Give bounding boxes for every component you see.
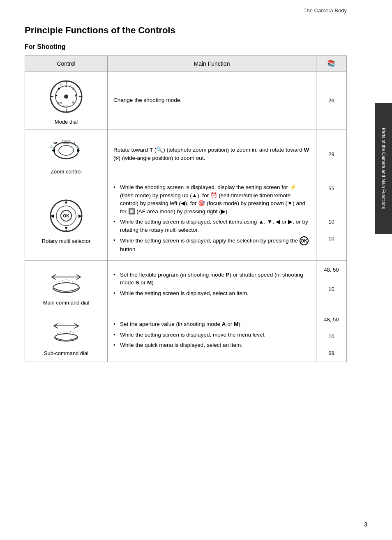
side-tab: Parts of the Camera and Main Functions xyxy=(375,103,392,234)
svg-line-44 xyxy=(66,279,67,280)
page-ref-1: 48, 50 xyxy=(322,265,341,274)
col-header-control: Control xyxy=(25,56,108,72)
main-content: Principle Functions of the Controls For … xyxy=(0,17,392,378)
controls-table: Control Main Function 📚 xyxy=(25,55,347,362)
svg-point-36 xyxy=(65,230,67,231)
svg-line-41 xyxy=(56,282,57,283)
table-row: OK ▲ ▼ ◀ ▶ Rotary mu xyxy=(25,179,347,261)
svg-point-35 xyxy=(65,200,67,202)
svg-text:◀: ◀ xyxy=(52,148,55,152)
table-row: W T 🔍 🔍 ◀ ▶ 000 Zoom xyxy=(25,129,347,179)
svg-text:P: P xyxy=(75,94,77,97)
svg-point-18 xyxy=(59,145,74,155)
svg-text:★: ★ xyxy=(55,94,58,97)
table-row: A S P M WSO SCN ★ ▶ ≈ ◻ Mode dial xyxy=(25,72,347,129)
mode-dial-icon: A S P M WSO SCN ★ ▶ ≈ ◻ xyxy=(31,78,101,116)
rotary-bullet-list: While the shooting screen is displayed, … xyxy=(113,183,310,254)
list-item: While the setting screen is displayed, a… xyxy=(113,236,310,254)
main-command-dial-icon xyxy=(31,267,101,297)
list-item: While the setting screen is displayed, m… xyxy=(113,331,310,339)
book-icon: 📚 xyxy=(327,60,336,67)
page-ref-2: 10 xyxy=(322,217,341,226)
list-item: Set the aperture value (in shooting mode… xyxy=(113,320,310,328)
svg-line-43 xyxy=(62,280,63,281)
page-title: Principle Functions of the Controls xyxy=(25,25,347,36)
svg-text:SCN: SCN xyxy=(57,102,62,104)
page-ref-1: 48, 50 xyxy=(322,315,341,324)
control-zoom: W T 🔍 🔍 ◀ ▶ 000 Zoom xyxy=(25,129,108,179)
page-header: The Camera Body xyxy=(0,0,392,17)
table-row: Main command dial Set the flexible progr… xyxy=(25,260,347,310)
svg-text:▶: ▶ xyxy=(58,87,61,90)
svg-text:A: A xyxy=(65,85,67,88)
function-rotary: While the shooting screen is displayed, … xyxy=(108,179,316,261)
svg-line-52 xyxy=(60,332,61,333)
svg-point-2 xyxy=(64,95,68,99)
col-header-page: 📚 xyxy=(316,56,346,72)
list-item: While the setting screen is displayed, s… xyxy=(113,218,310,234)
svg-text:000: 000 xyxy=(64,141,69,143)
mode-dial-function-text: Change the shooting mode. xyxy=(113,97,182,103)
page-ref-3: 10 xyxy=(322,234,341,243)
svg-line-55 xyxy=(70,331,71,332)
list-item: While the quick menu is displayed, selec… xyxy=(113,341,310,349)
svg-text:OK: OK xyxy=(63,214,70,218)
control-main-dial: Main command dial xyxy=(25,260,108,310)
mode-dial-label: Mode dial xyxy=(31,119,101,125)
page-ref-2: 10 xyxy=(322,332,341,341)
svg-text:WSO: WSO xyxy=(63,105,69,108)
page-refs-sub-dial: 48, 50 10 69 xyxy=(316,310,346,362)
svg-text:W: W xyxy=(53,141,57,145)
sub-command-dial-icon xyxy=(31,318,101,348)
svg-text:◻: ◻ xyxy=(60,83,62,86)
page-ref-mode-dial: 26 xyxy=(316,72,346,129)
main-dial-bullet-list: Set the flexible program (in shooting mo… xyxy=(113,271,310,298)
control-mode-dial: A S P M WSO SCN ★ ▶ ≈ ◻ Mode dial xyxy=(25,72,108,129)
page-ref-3: 69 xyxy=(322,349,341,358)
svg-text:≈: ≈ xyxy=(70,84,72,86)
svg-text:T: T xyxy=(73,141,76,145)
list-item: Set the flexible program (in shooting mo… xyxy=(113,271,310,287)
function-main-dial: Set the flexible program (in shooting mo… xyxy=(108,260,316,310)
zoom-function-text: Rotate toward T (🔍) (telephoto zoom posi… xyxy=(113,147,309,161)
control-rotary: OK ▲ ▼ ◀ ▶ Rotary mu xyxy=(25,179,108,261)
page-refs-rotary: 55 10 10 xyxy=(316,179,346,261)
list-item: While the setting screen is displayed, s… xyxy=(113,289,310,298)
table-row: Sub-command dial Set the aperture value … xyxy=(25,310,347,362)
svg-line-47 xyxy=(76,282,76,283)
page-ref-2: 10 xyxy=(322,285,341,293)
page-refs-main-dial: 48, 50 10 xyxy=(316,260,346,310)
header-title: The Camera Body xyxy=(304,7,347,14)
section-title: For Shooting xyxy=(25,43,347,51)
list-item: While the shooting screen is displayed, … xyxy=(113,183,310,215)
svg-line-51 xyxy=(57,333,58,334)
rotary-selector-icon: OK ▲ ▼ ◀ ▶ xyxy=(31,197,101,235)
ok-button-ref: OK xyxy=(300,236,309,245)
svg-line-45 xyxy=(69,280,70,281)
svg-point-38 xyxy=(80,215,82,217)
zoom-control-label: Zoom control xyxy=(31,168,101,175)
svg-line-53 xyxy=(63,331,64,332)
zoom-control-icon: W T 🔍 🔍 ◀ ▶ 000 xyxy=(31,136,101,166)
main-dial-label: Main command dial xyxy=(31,300,101,306)
sub-dial-bullet-list: Set the aperture value (in shooting mode… xyxy=(113,320,310,349)
page-number: 3 xyxy=(364,521,367,528)
rotary-selector-label: Rotary multi selector xyxy=(31,238,101,244)
svg-line-42 xyxy=(59,281,60,282)
svg-line-54 xyxy=(67,331,67,332)
sub-dial-label: Sub-command dial xyxy=(31,350,101,356)
svg-point-37 xyxy=(51,215,52,217)
col-header-function: Main Function xyxy=(108,56,316,72)
function-mode-dial: Change the shooting mode. xyxy=(108,72,316,129)
page-ref-zoom: 29 xyxy=(316,129,346,179)
svg-text:▶: ▶ xyxy=(77,148,80,152)
control-sub-dial: Sub-command dial xyxy=(25,310,108,362)
function-zoom: Rotate toward T (🔍) (telephoto zoom posi… xyxy=(108,129,316,179)
svg-line-46 xyxy=(72,281,73,282)
svg-text:S: S xyxy=(72,87,74,90)
svg-line-56 xyxy=(73,332,74,333)
page-ref-1: 55 xyxy=(322,184,341,193)
function-sub-dial: Set the aperture value (in shooting mode… xyxy=(108,310,316,362)
svg-text:M: M xyxy=(72,101,74,104)
